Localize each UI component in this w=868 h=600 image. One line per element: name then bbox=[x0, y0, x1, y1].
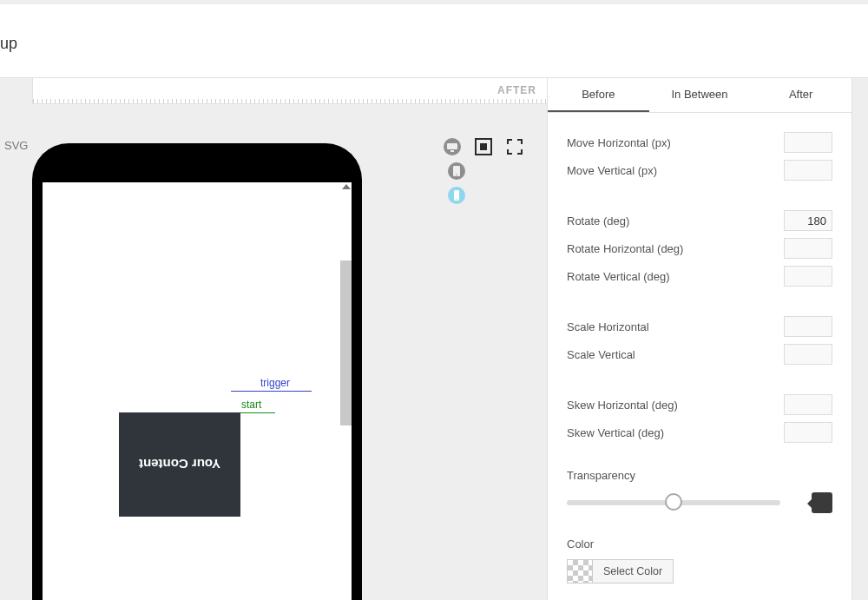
tab-after[interactable]: After bbox=[750, 78, 852, 112]
desktop-device-icon[interactable] bbox=[443, 137, 462, 156]
skew-v-input[interactable] bbox=[784, 422, 832, 443]
tablet-device-icon[interactable] bbox=[447, 162, 466, 181]
preview-scrollbar[interactable] bbox=[340, 182, 352, 600]
animated-content-box[interactable]: Your Content bbox=[119, 412, 240, 517]
select-color-button[interactable]: Select Color bbox=[593, 559, 674, 584]
scale-v-input[interactable] bbox=[784, 344, 832, 365]
trigger-marker-label[interactable]: trigger bbox=[260, 377, 290, 389]
skew-h-label: Skew Horizontal (deg) bbox=[567, 399, 678, 412]
slider-thumb[interactable] bbox=[665, 493, 682, 511]
top-bar: up bbox=[0, 0, 868, 78]
start-marker-label[interactable]: start bbox=[241, 399, 261, 411]
timeline-ruler[interactable] bbox=[33, 99, 547, 103]
state-tabs: Before In Between After bbox=[548, 78, 852, 113]
rotate-h-input[interactable] bbox=[784, 238, 832, 259]
rotate-v-label: Rotate Vertical (deg) bbox=[567, 270, 670, 283]
scale-h-label: Scale Horizontal bbox=[567, 320, 649, 333]
svg-point-10 bbox=[456, 199, 457, 200]
move-v-label: Move Vertical (px) bbox=[567, 164, 657, 177]
transparency-label: Transparency bbox=[567, 469, 832, 482]
rotate-label: Rotate (deg) bbox=[567, 214, 629, 227]
frame-fit-icon[interactable] bbox=[474, 137, 493, 156]
tab-inbetween[interactable]: In Between bbox=[649, 78, 751, 112]
tab-before[interactable]: Before bbox=[548, 78, 649, 112]
scale-h-input[interactable] bbox=[784, 316, 832, 337]
content-text: Your Content bbox=[139, 458, 220, 472]
scroll-up-icon[interactable] bbox=[342, 184, 351, 189]
trigger-marker-line[interactable] bbox=[231, 391, 312, 392]
move-h-input[interactable] bbox=[784, 132, 832, 153]
rotate-h-label: Rotate Horizontal (deg) bbox=[567, 242, 683, 255]
stage-state-label: AFTER bbox=[497, 84, 536, 96]
device-frame bbox=[32, 143, 362, 600]
rotate-input[interactable] bbox=[784, 210, 832, 231]
slider-value-badge bbox=[812, 492, 832, 513]
svg-point-7 bbox=[456, 175, 457, 176]
page-title: up bbox=[0, 35, 17, 53]
skew-h-input[interactable] bbox=[784, 394, 832, 415]
scroll-thumb[interactable] bbox=[340, 260, 352, 425]
mobile-device-icon[interactable] bbox=[447, 186, 466, 205]
color-label: Color bbox=[567, 537, 832, 551]
skew-v-label: Skew Vertical (deg) bbox=[567, 426, 664, 439]
svg-rect-4 bbox=[480, 143, 487, 150]
svg-rect-1 bbox=[447, 143, 457, 149]
move-h-label: Move Horizontal (px) bbox=[567, 136, 671, 149]
move-v-input[interactable] bbox=[784, 160, 832, 181]
scale-v-label: Scale Vertical bbox=[567, 348, 635, 361]
expand-icon[interactable] bbox=[505, 137, 524, 156]
animation-panel: Before In Between After Move Horizontal … bbox=[547, 78, 852, 600]
svg-mode-label[interactable]: SVG bbox=[4, 139, 28, 152]
color-swatch[interactable] bbox=[567, 559, 593, 584]
rotate-v-input[interactable] bbox=[784, 266, 832, 287]
stage-header: AFTER bbox=[32, 78, 547, 104]
transparency-slider[interactable] bbox=[567, 491, 832, 515]
svg-rect-2 bbox=[450, 150, 454, 152]
